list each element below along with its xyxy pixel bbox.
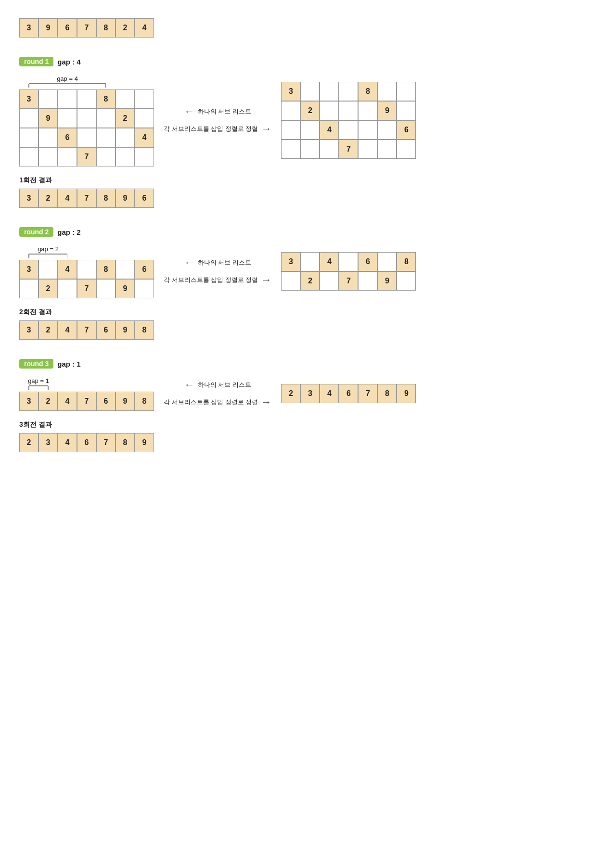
- round-section-3: round 3gap : 1gap = 13247698←하나의 서브 리스트각…: [19, 359, 597, 452]
- cell: 3: [38, 433, 58, 452]
- cell: [358, 271, 377, 291]
- cell: [339, 252, 358, 271]
- cell: 6: [358, 252, 377, 271]
- cell: 7: [77, 320, 96, 340]
- cell: 7: [358, 384, 377, 403]
- cell: [320, 140, 339, 159]
- cell: 8: [358, 82, 377, 101]
- cell: 3: [19, 18, 38, 38]
- cell: 8: [397, 252, 416, 271]
- left-arrow-icon: ←: [184, 105, 195, 118]
- cell: 7: [339, 271, 358, 291]
- result-label-1: 1회전 결과: [19, 176, 597, 185]
- cell: [116, 147, 135, 166]
- cell: 7: [77, 279, 96, 298]
- right-grid-wrapper-2: 3468279: [281, 252, 416, 291]
- cell: 9: [116, 279, 135, 298]
- arrow-area-1: ←하나의 서브 리스트각 서브리스트를 삽입 정렬로 정렬→: [164, 105, 271, 135]
- cell: 4: [58, 320, 77, 340]
- cell: [96, 279, 116, 298]
- round-diagram-3: gap = 13247698←하나의 서브 리스트각 서브리스트를 삽입 정렬로…: [19, 376, 597, 411]
- cell: [96, 109, 116, 128]
- cell: 3: [19, 320, 38, 340]
- cell: [77, 128, 96, 147]
- arrow-left-label-3: 하나의 서브 리스트: [198, 381, 251, 389]
- gap-annotation-3: gap = 1: [19, 376, 154, 390]
- cell: [377, 82, 397, 101]
- svg-text:gap = 1: gap = 1: [28, 377, 49, 384]
- cell: [377, 140, 397, 159]
- result-label-3: 3회전 결과: [19, 421, 597, 429]
- gap-label-1: gap : 4: [57, 58, 80, 66]
- cell: 6: [135, 260, 154, 279]
- gap-label-2: gap : 2: [57, 228, 80, 236]
- cell: 9: [116, 320, 135, 340]
- cell: 3: [19, 89, 38, 109]
- round-diagram-2: gap = 23486279←하나의 서브 리스트각 서브리스트를 삽입 정렬로…: [19, 244, 597, 298]
- right-arrow-icon: →: [261, 123, 271, 135]
- round-section-2: round 2gap : 2gap = 23486279←하나의 서브 리스트각…: [19, 227, 597, 340]
- cell: 6: [96, 320, 116, 340]
- cell: 2: [116, 109, 135, 128]
- arrow-right-label-2: 각 서브리스트를 삽입 정렬로 정렬: [164, 276, 258, 284]
- cell: [300, 140, 320, 159]
- cell: 4: [320, 384, 339, 403]
- arrow-area-2: ←하나의 서브 리스트각 서브리스트를 삽입 정렬로 정렬→: [164, 256, 271, 286]
- cell: [38, 89, 58, 109]
- arrow-left-label-1: 하나의 서브 리스트: [198, 107, 251, 116]
- cell: [397, 101, 416, 120]
- cell: 8: [135, 392, 154, 411]
- cell: 9: [377, 101, 397, 120]
- cell: 3: [300, 384, 320, 403]
- cell: 8: [135, 320, 154, 340]
- cell: 7: [77, 189, 96, 208]
- arrow-left-label-2: 하나의 서브 리스트: [198, 258, 251, 267]
- cell: [58, 147, 77, 166]
- cell: 9: [38, 109, 58, 128]
- cell: 6: [339, 384, 358, 403]
- arrow-right-label-1: 각 서브리스트를 삽입 정렬로 정렬: [164, 125, 258, 133]
- right-grid-wrapper-1: 3829467: [281, 82, 416, 159]
- cell: [281, 271, 300, 291]
- cell: 4: [58, 189, 77, 208]
- cell: [135, 279, 154, 298]
- cell: [397, 140, 416, 159]
- cell: 6: [96, 392, 116, 411]
- cell: 6: [397, 120, 416, 140]
- page-container: 3967824 round 1gap : 4gap = 43892647←하나의…: [19, 18, 597, 452]
- cell: [281, 140, 300, 159]
- svg-text:gap = 4: gap = 4: [57, 75, 78, 82]
- cell: 7: [339, 140, 358, 159]
- cell: 9: [38, 18, 58, 38]
- cell: [19, 279, 38, 298]
- cell: [77, 89, 96, 109]
- cell: 4: [320, 252, 339, 271]
- cell: 2: [38, 392, 58, 411]
- cell: 8: [96, 89, 116, 109]
- cell: 8: [96, 189, 116, 208]
- cell: [320, 271, 339, 291]
- left-grid-wrapper-3: gap = 13247698: [19, 376, 154, 411]
- round-badge-1: round 1: [19, 57, 53, 66]
- cell: [377, 120, 397, 140]
- cell: [77, 109, 96, 128]
- cell: 2: [300, 101, 320, 120]
- gap-annotation-2: gap = 2: [19, 244, 154, 258]
- cell: 6: [135, 189, 154, 208]
- init-array: 3967824: [19, 18, 597, 38]
- gap-label-3: gap : 1: [57, 360, 80, 368]
- arrow-right-3: 각 서브리스트를 삽입 정렬로 정렬→: [164, 396, 271, 408]
- cell: [358, 140, 377, 159]
- cell: 3: [281, 252, 300, 271]
- cell: 7: [77, 147, 96, 166]
- cell: 4: [58, 260, 77, 279]
- round-section-1: round 1gap : 4gap = 43892647←하나의 서브 리스트각…: [19, 57, 597, 208]
- left-grid-wrapper-2: gap = 23486279: [19, 244, 154, 298]
- cell: [58, 109, 77, 128]
- cell: 7: [96, 433, 116, 452]
- cell: [19, 128, 38, 147]
- cell: 4: [58, 433, 77, 452]
- round-diagram-1: gap = 43892647←하나의 서브 리스트각 서브리스트를 삽입 정렬로…: [19, 74, 597, 166]
- init-section: 3967824: [19, 18, 597, 38]
- cell: [38, 147, 58, 166]
